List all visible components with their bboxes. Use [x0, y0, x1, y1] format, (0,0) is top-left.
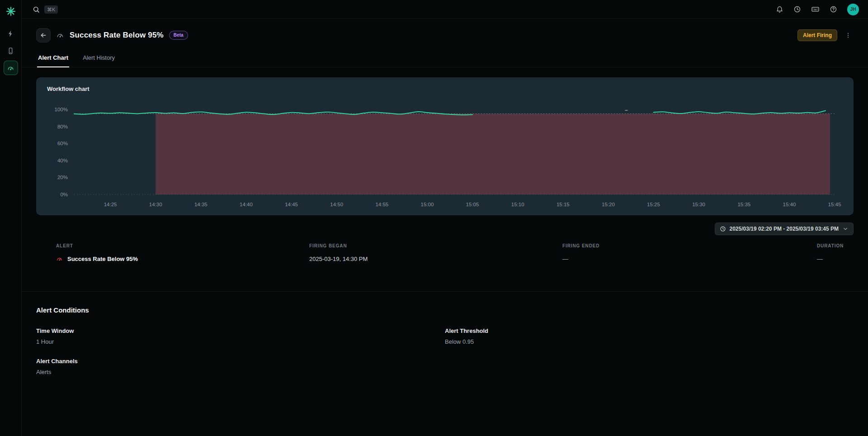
- svg-text:15:00: 15:00: [421, 202, 434, 207]
- kebab-menu-icon: [844, 32, 852, 39]
- svg-text:60%: 60%: [57, 141, 68, 146]
- keyboard-icon: [811, 5, 820, 14]
- table-row[interactable]: Success Rate Below 95% 2025-03-19, 14:30…: [36, 256, 854, 262]
- svg-text:14:45: 14:45: [285, 202, 298, 207]
- svg-text:0%: 0%: [60, 192, 68, 197]
- date-range-label: 2025/03/19 02:20 PM - 2025/03/19 03:45 P…: [730, 226, 839, 232]
- alert-conditions-section: Alert Conditions Time Window 1 Hour Aler…: [22, 291, 868, 375]
- history-button[interactable]: [793, 5, 801, 13]
- app-root: ⌘K: [0, 0, 868, 436]
- device-icon: [7, 47, 14, 55]
- tab-alert-chart[interactable]: Alert Chart: [37, 54, 69, 67]
- alert-gauge-icon: [7, 64, 14, 72]
- firing-began-value: 2025-03-19, 14:30 PM: [309, 256, 562, 262]
- clock-icon: [793, 5, 801, 13]
- beta-badge: Beta: [169, 31, 188, 40]
- bell-icon: [776, 5, 783, 13]
- svg-text:15:40: 15:40: [783, 202, 796, 207]
- svg-text:80%: 80%: [57, 124, 68, 129]
- alert-icon: [56, 256, 63, 262]
- column-header-firing-ended: FIRING ENDED: [562, 243, 817, 248]
- help-button[interactable]: [830, 5, 837, 13]
- page-title: Success Rate Below 95%: [70, 31, 164, 40]
- search-icon: [33, 6, 40, 13]
- clock-icon: [720, 226, 726, 232]
- logo-starburst-icon: [5, 6, 16, 17]
- sidebar-item-alerts[interactable]: [4, 61, 18, 75]
- duration-value: —: [817, 256, 854, 262]
- table-header-row: ALERT FIRING BEGAN FIRING ENDED DURATION: [36, 243, 854, 248]
- topbar: ⌘K: [22, 0, 868, 19]
- search-button[interactable]: ⌘K: [33, 5, 58, 14]
- tab-bar: Alert Chart Alert History: [22, 54, 868, 67]
- chart-title: Workflow chart: [47, 85, 843, 92]
- svg-text:20%: 20%: [57, 175, 68, 180]
- workflow-chart: 100%80%60%40%20%0%14:2514:3014:3514:4014…: [47, 98, 844, 212]
- condition-alert-channels: Alert Channels Alerts: [36, 358, 445, 375]
- keyboard-shortcuts-button[interactable]: [811, 5, 820, 14]
- search-shortcut-badge: ⌘K: [44, 5, 58, 14]
- lightning-icon: [7, 30, 14, 38]
- condition-alert-threshold: Alert Threshold Below 0.95: [445, 327, 854, 345]
- main-area: ⌘K: [22, 0, 868, 436]
- svg-text:14:55: 14:55: [375, 202, 388, 207]
- more-options-button[interactable]: [843, 30, 854, 41]
- svg-text:14:25: 14:25: [104, 202, 117, 207]
- sidebar-nav: [4, 26, 18, 75]
- user-avatar[interactable]: JH: [847, 4, 859, 15]
- svg-text:14:30: 14:30: [149, 202, 162, 207]
- arrow-left-icon: [40, 32, 47, 39]
- column-header-duration: DURATION: [817, 243, 854, 248]
- help-icon: [830, 5, 837, 13]
- chevron-down-icon: [842, 226, 849, 232]
- sidebar-item-functions[interactable]: [4, 26, 18, 41]
- column-header-alert: ALERT: [56, 243, 309, 248]
- svg-text:15:10: 15:10: [511, 202, 524, 207]
- conditions-grid: Time Window 1 Hour Alert Threshold Below…: [36, 327, 854, 375]
- sidebar: [0, 0, 22, 436]
- condition-time-window: Time Window 1 Hour: [36, 327, 445, 345]
- svg-text:100%: 100%: [55, 107, 68, 112]
- alert-gauge-icon: [56, 31, 64, 39]
- alert-name: Success Rate Below 95%: [67, 256, 138, 262]
- conditions-heading: Alert Conditions: [36, 306, 854, 314]
- svg-text:15:20: 15:20: [602, 202, 615, 207]
- topbar-actions: JH: [776, 4, 859, 15]
- back-button[interactable]: [36, 28, 51, 43]
- column-header-firing-began: FIRING BEGAN: [309, 243, 562, 248]
- svg-text:40%: 40%: [57, 158, 68, 163]
- app-logo[interactable]: [4, 5, 18, 18]
- svg-text:14:35: 14:35: [194, 202, 208, 207]
- alert-status-badge: Alert Firing: [797, 29, 837, 41]
- page-header: Success Rate Below 95% Beta Alert Firing: [22, 19, 868, 43]
- svg-text:15:35: 15:35: [737, 202, 750, 207]
- svg-text:15:25: 15:25: [647, 202, 660, 207]
- alerts-table: ALERT FIRING BEGAN FIRING ENDED DURATION…: [36, 243, 854, 262]
- svg-text:15:05: 15:05: [466, 202, 479, 207]
- notifications-button[interactable]: [776, 5, 783, 13]
- svg-text:14:50: 14:50: [330, 202, 343, 207]
- svg-text:15:30: 15:30: [692, 202, 705, 207]
- date-range-row: 2025/03/19 02:20 PM - 2025/03/19 03:45 P…: [36, 223, 854, 235]
- firing-ended-value: —: [562, 256, 817, 262]
- svg-text:14:40: 14:40: [240, 202, 253, 207]
- sidebar-item-apps[interactable]: [4, 43, 18, 58]
- svg-text:15:45: 15:45: [828, 202, 841, 207]
- alert-name-cell: Success Rate Below 95%: [56, 256, 309, 262]
- workflow-chart-card: Workflow chart 100%80%60%40%20%0%14:2514…: [36, 77, 854, 215]
- date-range-picker[interactable]: 2025/03/19 02:20 PM - 2025/03/19 03:45 P…: [715, 223, 854, 235]
- tab-alert-history[interactable]: Alert History: [82, 54, 116, 67]
- svg-text:15:15: 15:15: [557, 202, 570, 207]
